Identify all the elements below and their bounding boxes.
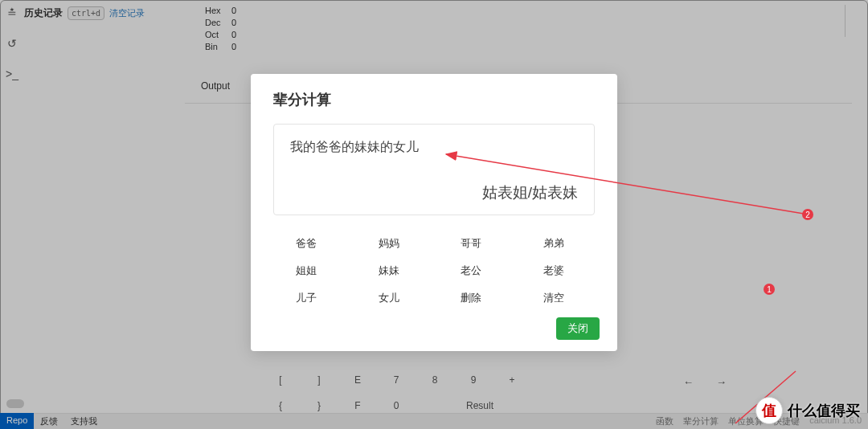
relative-button[interactable]: 儿子 bbox=[296, 291, 325, 305]
relative-button[interactable]: 爸爸 bbox=[296, 236, 325, 251]
relative-button[interactable]: 女儿 bbox=[379, 291, 407, 305]
annotation-badge-1: 1 bbox=[764, 284, 775, 295]
query-box: 我的爸爸的妹妹的女儿 姑表姐/姑表妹 bbox=[273, 124, 595, 215]
relative-button[interactable]: 弟弟 bbox=[543, 236, 572, 251]
relative-button[interactable]: 老婆 bbox=[543, 264, 572, 278]
generation-dialog: 辈分计算 我的爸爸的妹妹的女儿 姑表姐/姑表妹 爸爸 妈妈 哥哥 弟弟 姐姐 妹… bbox=[251, 74, 617, 351]
query-text: 我的爸爸的妹妹的女儿 bbox=[290, 139, 578, 156]
relative-button[interactable]: 妹妹 bbox=[379, 264, 407, 278]
watermark-text: 什么值得买 bbox=[788, 401, 860, 420]
watermark: 值 什么值得买 bbox=[755, 397, 860, 424]
clear-button[interactable]: 清空 bbox=[543, 291, 572, 305]
relative-button[interactable]: 老公 bbox=[461, 264, 489, 278]
dialog-title: 辈分计算 bbox=[273, 90, 595, 109]
relative-button[interactable]: 哥哥 bbox=[461, 236, 489, 251]
query-result: 姑表姐/姑表妹 bbox=[482, 182, 578, 203]
close-button[interactable]: 关闭 bbox=[556, 317, 600, 340]
relative-button[interactable]: 姐姐 bbox=[296, 264, 325, 278]
annotation-badge-2: 2 bbox=[802, 209, 813, 220]
watermark-icon: 值 bbox=[755, 397, 783, 424]
relative-button[interactable]: 妈妈 bbox=[379, 236, 407, 251]
delete-button[interactable]: 删除 bbox=[461, 291, 489, 305]
